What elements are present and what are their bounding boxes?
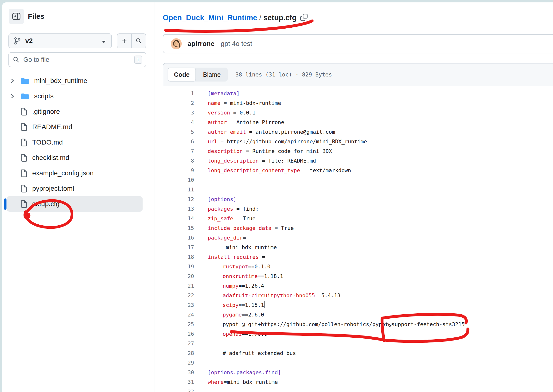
code-panel: Code Blame 38 lines (31 loc) · 829 Bytes… [163,63,553,392]
line-number[interactable]: 22 [163,291,194,300]
code-blame-switch: Code Blame [168,68,228,82]
line-number[interactable]: 9 [163,166,194,175]
tab-blame[interactable]: Blame [196,68,228,82]
line-number[interactable]: 2 [163,98,194,108]
breadcrumb-repo-link[interactable]: Open_Duck_Mini_Runtime [163,14,257,22]
line-number[interactable]: 20 [163,272,194,281]
search-icon [13,56,20,63]
line-number[interactable]: 10 [163,175,194,185]
line-content: [options.packages.find] [194,368,281,377]
tree-item-label: TODO.md [32,139,63,146]
line-number[interactable]: 1 [163,89,194,98]
collapse-sidebar-button[interactable] [9,9,24,24]
plus-icon [121,38,127,44]
copy-icon [299,13,309,22]
line-number[interactable]: 23 [163,300,194,310]
line-number[interactable]: 12 [163,195,194,204]
file-icon [21,107,28,116]
sidebar-item-TODO.md[interactable]: TODO.md [7,135,143,150]
goto-hotkey-badge: t [134,56,142,64]
line-number[interactable]: 27 [163,339,194,349]
commit-message[interactable]: gpt 4o test [221,40,252,48]
line-number[interactable]: 16 [163,233,194,243]
line-content: author = Antoine Pirrone [194,118,284,127]
line-content: openai==1.70.0 [194,329,267,339]
latest-commit-bar: apirrone gpt 4o test [163,34,553,53]
git-branch-icon [14,37,21,45]
copy-path-button[interactable] [299,12,310,23]
line-number[interactable]: 6 [163,137,194,147]
line-number[interactable]: 25 [163,320,194,329]
line-content: packages = find: [194,204,259,214]
code-line: 11 [163,185,553,195]
commit-author[interactable]: apirrone [187,40,214,48]
sidebar-item-mini_bdx_runtime[interactable]: mini_bdx_runtime [7,73,143,89]
goto-file-input[interactable] [23,56,134,64]
line-number[interactable]: 28 [163,349,194,358]
line-number[interactable]: 14 [163,214,194,224]
line-number[interactable]: 31 [163,377,194,387]
line-content: long_description_content_type = text/mar… [194,166,351,175]
chevron-right-icon[interactable] [10,93,15,99]
line-content: numpy==1.26.4 [194,281,264,291]
line-content [194,185,208,195]
line-number[interactable]: 5 [163,127,194,137]
sidebar-item-checklist.md[interactable]: checklist.md [7,150,143,165]
file-icon [21,169,28,177]
line-number[interactable]: 32 [163,387,194,392]
line-number[interactable]: 18 [163,252,194,262]
search-tree-button[interactable] [131,34,146,48]
add-file-button[interactable] [117,34,131,48]
code-line: 31where=mini_bdx_runtime [163,377,553,387]
code-line: 22adafruit-circuitpython-bno055==5.4.13 [163,291,553,300]
branch-selector[interactable]: v2 [8,33,112,48]
line-number[interactable]: 17 [163,243,194,252]
sidebar-item-.gitignore[interactable]: .gitignore [7,104,143,119]
line-content: scipy==1.15.1 [194,300,265,310]
line-content: name = mini-bdx-runtime [194,98,281,108]
line-number[interactable]: 4 [163,118,194,127]
code-line: 18install_requires = [163,252,553,262]
chevron-right-icon[interactable] [10,78,15,84]
code-line: 4author = Antoine Pirrone [163,118,553,127]
line-number[interactable]: 3 [163,108,194,118]
line-number[interactable]: 11 [163,185,194,195]
code-line: 6url = https://github.com/apirrone/mini_… [163,137,553,147]
code-line: 27 [163,339,553,349]
line-content: pypot @ git+https://github.com/pollen-ro… [194,320,465,329]
line-content: package_dir= [194,233,246,243]
line-content: onnxruntime==1.18.1 [194,272,283,281]
chevron-right-icon [10,78,15,84]
sidebar-item-example_config.json[interactable]: example_config.json [7,165,143,181]
tab-code[interactable]: Code [168,68,196,82]
branch-name: v2 [25,37,33,45]
line-content: version = 0.0.1 [194,108,256,118]
line-number[interactable]: 19 [163,262,194,272]
line-number[interactable]: 13 [163,204,194,214]
selected-file-accent-bar [4,198,7,210]
line-number[interactable]: 30 [163,368,194,377]
avatar[interactable] [171,38,182,49]
sidebar-item-scripts[interactable]: scripts [7,89,143,104]
code-line: 13packages = find: [163,204,553,214]
line-number[interactable]: 21 [163,281,194,291]
line-number[interactable]: 29 [163,358,194,368]
file-icon [21,123,28,131]
line-content [194,358,208,368]
code-line: 15include_package_data = True [163,224,553,233]
line-number[interactable]: 15 [163,224,194,233]
sidebar-item-pyproject.toml[interactable]: pyproject.toml [7,181,143,196]
tree-item-label: pyproject.toml [32,185,74,192]
line-content [194,387,208,392]
line-number[interactable]: 26 [163,329,194,339]
code-line: 7description = Runtime code for mini BDX [163,147,553,156]
tree-item-label: mini_bdx_runtime [34,77,87,85]
line-number[interactable]: 7 [163,147,194,156]
line-number[interactable]: 24 [163,310,194,320]
sidebar-item-README.md[interactable]: README.md [7,119,143,135]
line-number[interactable]: 8 [163,156,194,166]
sidebar-item-setup.cfg[interactable]: setup.cfg [7,196,143,212]
line-content: install_requires = [194,252,265,262]
tree-item-label: .gitignore [32,108,60,115]
line-content: =mini_bdx_runtime [194,243,277,252]
